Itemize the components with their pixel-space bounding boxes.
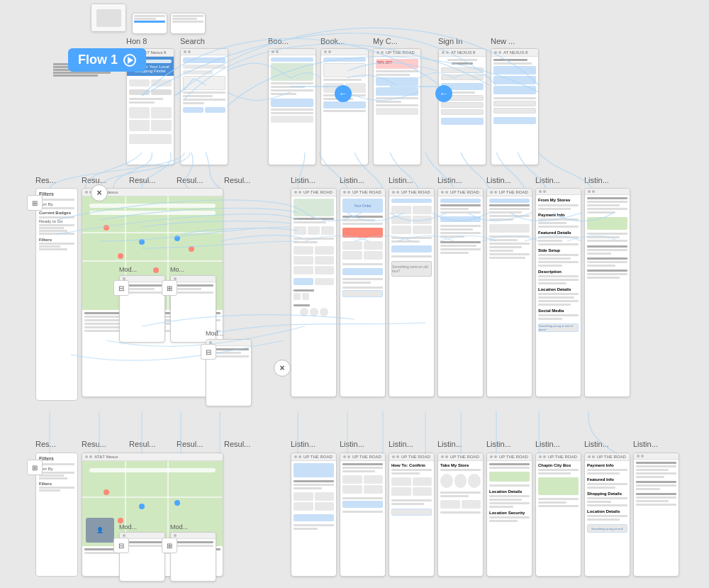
- blabel-list6: Listin...: [535, 440, 560, 448]
- label-list2: Listin...: [340, 176, 364, 184]
- collapse-icon-mod1[interactable]: ⊟: [113, 280, 129, 296]
- back-arrow-book2[interactable]: ←: [335, 85, 352, 102]
- screen-list6: From My Stores Payment Info Featured Det…: [535, 188, 581, 397]
- screen-bot-list3: UP THE ROAD How To: Confirm: [389, 453, 435, 577]
- screen-list2: UP THE ROAD Your Order: [340, 188, 386, 397]
- label-res5: Resul...: [224, 176, 250, 184]
- blabel-res4: Resul...: [177, 440, 203, 448]
- screen-label-book1: Boo...: [268, 37, 289, 45]
- label-mod3: Mod...: [206, 330, 223, 337]
- label-list3: Listin...: [389, 176, 413, 184]
- blabel-res3: Resul...: [129, 440, 155, 448]
- blabel-mod2: Mod...: [170, 523, 188, 531]
- screen-list4: UP THE ROAD: [437, 188, 484, 397]
- screen-label-signin: Sign In: [438, 37, 462, 45]
- collapse-icon-mid[interactable]: ⊞: [27, 195, 43, 211]
- label-res1: Res...: [35, 176, 56, 184]
- close-icon-modal[interactable]: ×: [274, 360, 291, 377]
- screen-book2: [320, 48, 369, 165]
- label-mod1: Mod...: [119, 266, 137, 273]
- label-res2: Resu...: [82, 176, 106, 184]
- screen-list3: UP THE ROAD Something went on old tour?: [389, 188, 435, 397]
- screen-list7: [584, 188, 630, 397]
- screen-signin: AT NEXUS 8: [438, 48, 486, 165]
- screen-label-new: New ...: [491, 37, 515, 45]
- label-res4: Resul...: [177, 176, 203, 184]
- back-arrow-myc[interactable]: ←: [435, 85, 452, 102]
- screen-new: AT NEXUS 8: [491, 48, 539, 165]
- screen-bot-list6: UP THE ROAD Chapin City Box: [535, 453, 581, 577]
- flow-label[interactable]: Flow 1: [68, 48, 146, 72]
- screen-bot-list1: UP THE ROAD: [291, 453, 337, 577]
- label-list6: Listin...: [535, 176, 560, 184]
- blabel-res1: Res...: [35, 440, 56, 448]
- collapse-icon-mod2[interactable]: ⊞: [162, 280, 177, 296]
- blabel-list4: Listin...: [437, 440, 462, 448]
- screen-bot-list7: UP THE ROAD Payment Info Featured Info S…: [584, 453, 630, 577]
- blabel-list8: Listin...: [633, 440, 658, 448]
- blabel-list1: Listin...: [291, 440, 316, 448]
- play-icon: [128, 57, 133, 64]
- blabel-res2: Resu...: [82, 440, 106, 448]
- label-list4: Listin...: [437, 176, 462, 184]
- filter-sidebar-mid: Filters Sort By Current Badges Ready to …: [35, 188, 78, 401]
- blabel-res5: Resul...: [224, 440, 250, 448]
- label-list5: Listin...: [486, 176, 511, 184]
- screen-list5: UP THE ROAD: [486, 188, 532, 397]
- screen-myc: UP THE ROAD 50% OFF: [373, 48, 421, 165]
- screen-label-search: Search: [180, 37, 205, 45]
- screen-label-home: Hon 8: [126, 37, 147, 45]
- screen-bot-list2: UP THE ROAD: [340, 453, 386, 577]
- label-list7: Listin...: [584, 176, 609, 184]
- screen-list1: UP THE ROAD: [291, 188, 337, 397]
- play-button[interactable]: [123, 54, 136, 67]
- screen-book1: [268, 48, 316, 165]
- blabel-list7: Listin...: [584, 440, 609, 448]
- blabel-list5: Listin...: [486, 440, 511, 448]
- screen-bot-list4: UP THE ROAD Take My Store: [437, 453, 484, 577]
- collapse-icon-bot[interactable]: ⊞: [27, 460, 43, 475]
- screen-search: [180, 48, 228, 165]
- blabel-list2: Listin...: [340, 440, 364, 448]
- screen-thumb1: [91, 4, 126, 32]
- flow-label-text: Flow 1: [78, 52, 118, 67]
- label-mod2: Mo...: [170, 266, 184, 273]
- collapse-icon-bot-mod1[interactable]: ⊟: [113, 538, 129, 553]
- screen-label-myc: My C...: [373, 37, 398, 45]
- screen-bot-list8: [633, 453, 679, 577]
- collapse-icon-mod3[interactable]: ⊟: [201, 344, 216, 360]
- screen-top-small1: [132, 13, 167, 34]
- label-list1: Listin...: [291, 176, 316, 184]
- label-res3: Resul...: [129, 176, 155, 184]
- blabel-list3: Listin...: [389, 440, 413, 448]
- screen-bot-list5: UP THE ROAD Location Details Location Se…: [486, 453, 532, 577]
- blabel-mod1: Mod...: [119, 523, 137, 531]
- screen-top-small2: [170, 13, 206, 34]
- screen-label-book2: Book...: [320, 37, 345, 45]
- collapse-icon-bot-mod2[interactable]: ⊞: [162, 538, 177, 553]
- close-icon-res2[interactable]: ×: [91, 184, 108, 201]
